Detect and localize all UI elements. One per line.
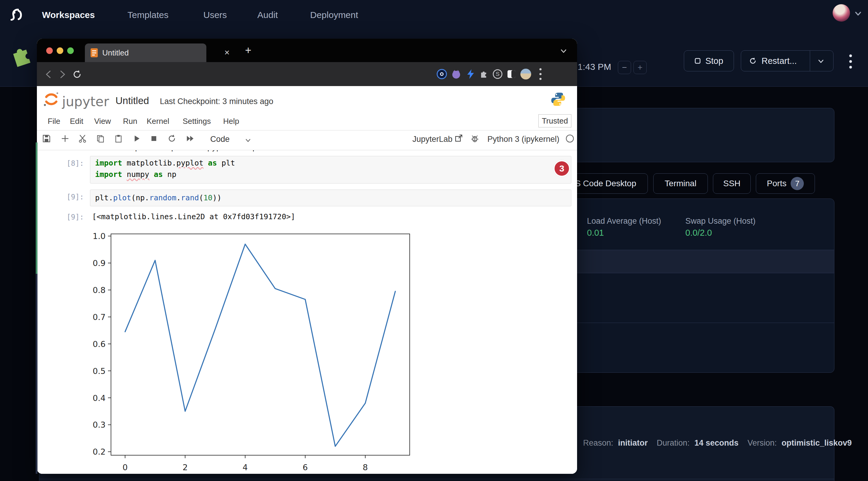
version-label: Version:: [747, 439, 777, 448]
workspace-clock: 1:43 PM: [578, 62, 611, 72]
svg-text:0: 0: [122, 463, 127, 471]
tab-list-chevron-icon[interactable]: [559, 47, 568, 55]
paste-icon[interactable]: [114, 134, 123, 143]
version-value[interactable]: optimistic_liskov9: [782, 439, 852, 448]
duration-label: Duration:: [657, 439, 690, 448]
profile-avatar[interactable]: [520, 69, 531, 79]
github-cat-icon[interactable]: [451, 69, 462, 79]
stop-button[interactable]: Stop: [684, 51, 734, 71]
browser-tab[interactable]: Untitled ×: [85, 43, 206, 62]
nav-users[interactable]: Users: [203, 10, 227, 20]
cell-type-chevron-icon[interactable]: [244, 137, 252, 144]
schedule-plus-button[interactable]: +: [633, 61, 647, 74]
code-cell-8[interactable]: import matplotlib.pyplot as pltimport nu…: [90, 156, 571, 184]
ports-count-badge: 7: [790, 177, 804, 190]
reason-label: Reason:: [583, 439, 613, 448]
browser-toolbar: 5555--main--test--matifali.atif.cdr.dev …: [37, 62, 577, 86]
nav-audit[interactable]: Audit: [257, 10, 278, 20]
code-cell-9[interactable]: plt.plot(np.random.rand(10)): [90, 190, 571, 206]
traffic-light-zoom[interactable]: [67, 47, 74, 54]
onepassword-icon[interactable]: [436, 69, 447, 79]
coder-logo[interactable]: [7, 7, 23, 23]
svg-text:0.6: 0.6: [93, 340, 105, 349]
kernel-status-icon[interactable]: [565, 134, 575, 143]
selected-cell-indicator: [36, 142, 37, 274]
app-ports[interactable]: Ports 7: [756, 173, 815, 194]
new-tab-icon[interactable]: +: [245, 44, 251, 57]
plot-svg: 024680.20.30.40.50.60.70.80.91.0: [67, 222, 442, 471]
forward-icon[interactable]: [58, 70, 67, 79]
extensions-puzzle-icon[interactable]: [478, 69, 489, 79]
app-terminal[interactable]: Terminal: [653, 173, 708, 194]
debug-icon[interactable]: [471, 134, 479, 143]
svg-text:8: 8: [363, 463, 368, 471]
traffic-light-close[interactable]: [46, 47, 53, 54]
menu-file[interactable]: File: [48, 117, 60, 126]
menu-settings[interactable]: Settings: [183, 117, 211, 126]
jupyterlab-link[interactable]: JupyterLab: [412, 135, 453, 144]
cut-icon[interactable]: [78, 134, 87, 143]
user-avatar[interactable]: [833, 4, 850, 22]
kebab-menu-icon[interactable]: [846, 53, 855, 70]
output-text: [<matplotlib.lines.Line2D at 0x7fd03f191…: [92, 212, 295, 221]
jupyter-menubar: File Edit View Run Kernel Settings Help …: [37, 113, 577, 130]
svg-text:6: 6: [303, 463, 308, 471]
tab-favicon: [90, 48, 98, 58]
scrolled-out-line: import matplotlib.pyplot as plt: [90, 150, 450, 152]
terminal-label: Terminal: [665, 179, 696, 188]
kernel-name[interactable]: Python 3 (ipykernel): [487, 135, 559, 144]
menu-run[interactable]: Run: [123, 117, 137, 126]
svg-text:0.3: 0.3: [93, 420, 105, 429]
build-meta-row: Reason: initiator Duration: 14 seconds V…: [583, 439, 852, 448]
jupyter-header: jupyter Untitled Last Checkpoint: 3 minu…: [37, 86, 577, 113]
restart-options-chevron-icon[interactable]: [817, 57, 825, 65]
svg-text:0.7: 0.7: [93, 313, 105, 322]
restart-split-divider: [810, 51, 810, 71]
add-cell-icon[interactable]: [61, 134, 69, 143]
build-panel-divider: [39, 479, 834, 479]
trusted-button[interactable]: Trusted: [538, 114, 571, 127]
menu-edit[interactable]: Edit: [70, 117, 83, 126]
notification-badge[interactable]: 3: [553, 160, 570, 177]
stylus-icon[interactable]: S: [492, 69, 503, 79]
bolt-icon[interactable]: [465, 69, 476, 79]
back-icon[interactable]: [44, 70, 53, 79]
vscode-label: VS Code Desktop: [569, 179, 637, 188]
interrupt-kernel-icon[interactable]: [150, 134, 158, 143]
ports-label: Ports: [767, 179, 786, 188]
stop-icon: [695, 58, 701, 64]
swap-usage-value: 0.0/2.0: [685, 228, 712, 238]
nav-deployment[interactable]: Deployment: [310, 10, 358, 20]
copy-icon[interactable]: [96, 134, 105, 143]
reason-value: initiator: [618, 439, 648, 448]
external-link-icon[interactable]: [455, 134, 463, 142]
notebook-content[interactable]: import matplotlib.pyplot as plt [8]: imp…: [37, 150, 577, 474]
python-icon: [550, 92, 566, 107]
reload-icon[interactable]: [72, 70, 82, 79]
nav-templates[interactable]: Templates: [127, 10, 168, 20]
close-tab-icon[interactable]: ×: [224, 47, 230, 58]
schedule-minus-button[interactable]: −: [618, 61, 631, 74]
browser-window: Untitled × + 5555--main--test--matifali.…: [37, 39, 577, 474]
save-icon[interactable]: [42, 134, 51, 143]
menu-help[interactable]: Help: [223, 117, 239, 126]
cell-type-select[interactable]: Code: [210, 135, 230, 144]
chevron-down-icon[interactable]: [854, 9, 863, 18]
nav-workspaces[interactable]: Workspaces: [42, 10, 95, 20]
browser-menu-icon[interactable]: [537, 67, 544, 82]
ssh-label: SSH: [723, 179, 741, 188]
svg-text:0.2: 0.2: [93, 447, 105, 456]
svg-text:0.5: 0.5: [93, 366, 105, 376]
restart-run-all-icon[interactable]: [186, 134, 194, 143]
restart-button[interactable]: Restart...: [741, 51, 834, 71]
app-ssh[interactable]: SSH: [713, 173, 751, 194]
traffic-light-minimize[interactable]: [57, 47, 63, 54]
tab-title: Untitled: [102, 48, 129, 58]
menu-kernel[interactable]: Kernel: [147, 117, 169, 126]
menu-view[interactable]: View: [94, 117, 111, 126]
darkreader-icon[interactable]: [506, 69, 517, 79]
notebook-title[interactable]: Untitled: [116, 95, 149, 106]
run-icon[interactable]: [132, 134, 141, 143]
restart-kernel-icon[interactable]: [168, 134, 176, 143]
duration-value: 14 seconds: [694, 439, 738, 448]
